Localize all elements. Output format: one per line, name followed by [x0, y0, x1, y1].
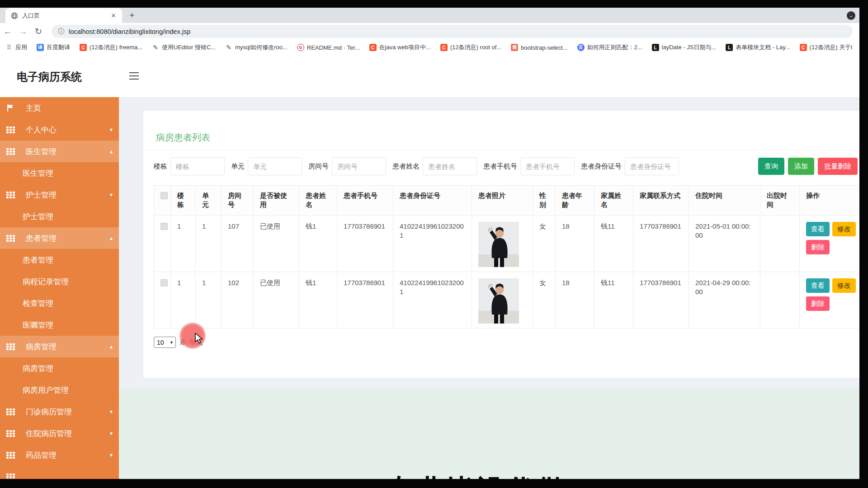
- edit-button[interactable]: 修改: [832, 278, 856, 293]
- bookmark-item[interactable]: C 在java web项目中...: [369, 43, 431, 52]
- patient-photo[interactable]: [478, 278, 519, 324]
- cell-unit: 1: [196, 215, 222, 272]
- bookmark-item[interactable]: ✎ mysql如何修改roo...: [225, 43, 288, 52]
- bookmark-item[interactable]: G README.md · Ter...: [297, 44, 360, 51]
- cell-family-phone: 17703786901: [633, 272, 689, 328]
- bookmark-label: 如何用正则匹配：2...: [587, 43, 642, 52]
- sidebar-item-个人中心[interactable]: 个人中心 ▾: [0, 119, 119, 141]
- filter-input[interactable]: [170, 157, 225, 175]
- view-button[interactable]: 查看: [806, 278, 830, 293]
- sidebar-item-医生管理[interactable]: 医生管理: [0, 162, 119, 184]
- sidebar-item-住院病历管理[interactable]: 住院病历管理 ▾: [0, 422, 119, 444]
- sidebar-item-病房管理[interactable]: 病房管理: [0, 357, 119, 379]
- view-button[interactable]: 查看: [806, 222, 830, 236]
- bookmark-item[interactable]: C (12条消息) root of...: [440, 43, 501, 52]
- select-caret-icon: ▾: [170, 340, 173, 345]
- bookmark-item[interactable]: 简 bootstrap-select...: [511, 44, 567, 51]
- cell-room: 107: [222, 215, 254, 272]
- tab-title: 入口页: [22, 12, 109, 20]
- mouse-cursor: [194, 333, 203, 344]
- site-info-icon[interactable]: ⓘ: [58, 28, 64, 36]
- batch-delete-button[interactable]: 批量删除: [818, 158, 858, 175]
- browser-tab[interactable]: 入口页 ✕: [5, 8, 122, 23]
- bookmark-item[interactable]: C (12条消息) 关于l: [800, 43, 853, 52]
- hamburger-menu-icon[interactable]: [129, 72, 139, 80]
- header-checkbox-cell: [154, 186, 171, 216]
- address-bar[interactable]: ⓘ localhost:8080/dianzibinglixitong/inde…: [52, 25, 853, 38]
- filter-group: 患者姓名: [392, 157, 477, 175]
- filter-group: 患者身份证号: [581, 157, 679, 175]
- forward-icon[interactable]: →: [15, 27, 31, 37]
- bookmark-item[interactable]: L layDate - JS日期与...: [652, 43, 717, 52]
- sidebar-item-患者管理[interactable]: 患者管理: [0, 249, 119, 271]
- caret-icon: ▴: [110, 148, 113, 155]
- translate-icon: 译: [37, 44, 44, 51]
- cell-photo: [472, 272, 533, 328]
- tabstrip-circle-button[interactable]: ⌄: [847, 11, 855, 20]
- bookmark-item[interactable]: 百 如何用正则匹配：2...: [577, 43, 642, 52]
- caret-icon: ▴: [110, 343, 113, 350]
- bookmark-label: (12条消息) freema...: [90, 43, 142, 52]
- filter-input[interactable]: [625, 157, 679, 175]
- filter-label: 患者身份证号: [581, 162, 622, 171]
- csdn-icon: C: [80, 44, 87, 51]
- bookmark-item[interactable]: 译 百度翻译: [37, 43, 70, 52]
- filter-group: 房间号: [308, 157, 386, 175]
- sidebar-item-病房用户管理[interactable]: 病房用户管理: [0, 379, 119, 401]
- filter-label: 楼栋: [154, 162, 167, 171]
- filter-input[interactable]: [520, 157, 575, 175]
- bottom-section: 专业毕设代做: [119, 389, 868, 488]
- bookmark-item[interactable]: ✎ 使用UEditor 报错C...: [152, 43, 216, 52]
- filter-group: 患者手机号: [483, 157, 575, 175]
- sidebar-item-检查管理[interactable]: 检查管理: [0, 292, 119, 314]
- sidebar-item-病房管理[interactable]: 病房管理 ▴: [0, 336, 119, 357]
- csdn-icon: C: [440, 44, 448, 51]
- bookmarks-bar: ⠿ 应用 译 百度翻译 C (12条消息) freema... ✎ 使用UEdi…: [0, 40, 868, 55]
- sidebar-item-门诊病历管理[interactable]: 门诊病历管理 ▾: [0, 401, 119, 422]
- delete-button[interactable]: 删除: [806, 240, 830, 254]
- select-all-checkbox[interactable]: [160, 192, 168, 199]
- bookmark-label: mysql如何修改roo...: [235, 43, 288, 52]
- edit-button[interactable]: 修改: [832, 222, 856, 236]
- checkbox-cell: [154, 215, 171, 272]
- caret-icon: ▾: [110, 452, 113, 458]
- reload-icon[interactable]: ↻: [31, 26, 46, 37]
- patient-photo[interactable]: [478, 222, 519, 267]
- filter-label: 单元: [231, 162, 245, 171]
- tab-close-icon[interactable]: ✕: [109, 12, 118, 19]
- toolbar-buttons: 查询 添加 批量删除: [755, 158, 858, 175]
- back-icon[interactable]: ←: [0, 27, 15, 37]
- sidebar-item-主页[interactable]: 主页: [0, 97, 119, 119]
- cell-patient-name: 钱1: [299, 272, 337, 328]
- delete-button[interactable]: 删除: [806, 296, 830, 311]
- cell-phone: 17703786901: [337, 215, 393, 272]
- column-header: 性别: [533, 186, 556, 216]
- cell-photo: [472, 215, 533, 272]
- baidu-icon: 百: [577, 44, 585, 51]
- filter-input[interactable]: [332, 157, 386, 175]
- page-size-select[interactable]: 10 ▾: [154, 337, 176, 348]
- add-button[interactable]: 添加: [788, 158, 814, 175]
- cell-used: 已使用: [254, 272, 299, 328]
- filter-label: 患者手机号: [483, 162, 517, 171]
- grid-icon: [6, 234, 18, 242]
- sidebar-item-护士管理[interactable]: 护士管理: [0, 206, 119, 227]
- column-header: 患者手机号: [337, 186, 393, 216]
- search-button[interactable]: 查询: [758, 158, 784, 175]
- sidebar-item-药品管理[interactable]: 药品管理 ▾: [0, 444, 119, 466]
- bookmark-item[interactable]: L 表单模块文档 - Lay...: [726, 43, 790, 52]
- filter-input[interactable]: [423, 157, 477, 175]
- sidebar-item-护士管理[interactable]: 护士管理 ▾: [0, 184, 119, 206]
- sidebar-item-医嘱管理[interactable]: 医嘱管理: [0, 314, 119, 336]
- table-row: 1 1 107 已使用 钱1 17703786901 4102241996102…: [154, 215, 868, 272]
- sidebar-item-病程记录管理[interactable]: 病程记录管理: [0, 271, 119, 292]
- new-tab-button[interactable]: +: [126, 9, 138, 22]
- row-checkbox[interactable]: [160, 279, 168, 286]
- caret-icon: ▴: [110, 235, 113, 241]
- bookmark-item[interactable]: ⠿ 应用: [5, 43, 27, 52]
- filter-input[interactable]: [248, 157, 302, 175]
- bookmark-item[interactable]: C (12条消息) freema...: [80, 43, 142, 52]
- row-checkbox[interactable]: [160, 223, 168, 230]
- sidebar-item-患者管理[interactable]: 患者管理 ▴: [0, 227, 119, 249]
- sidebar-item-医生管理[interactable]: 医生管理 ▴: [0, 141, 119, 162]
